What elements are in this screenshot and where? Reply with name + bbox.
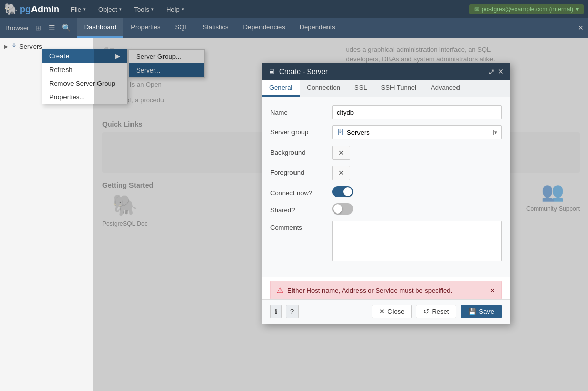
menu-tools[interactable]: Tools ▾ <box>129 4 159 15</box>
background-label: Background <box>270 146 326 156</box>
form-row-foreground: Foreground ✕ <box>270 166 502 180</box>
form-row-shared: Shared? <box>270 203 502 215</box>
foreground-label: Foreground <box>270 166 326 176</box>
menu-file[interactable]: File ▾ <box>66 4 91 15</box>
save-btn-icon: 💾 <box>468 308 476 315</box>
background-clear-icon: ✕ <box>338 149 344 157</box>
name-input[interactable] <box>332 105 502 119</box>
modal-titlebar-left: 🖥 Create - Server <box>268 67 328 76</box>
logo-pg: pg <box>20 4 31 14</box>
menu-help[interactable]: Help ▾ <box>161 4 189 15</box>
menu-object[interactable]: Object ▾ <box>93 4 127 15</box>
server-group-text: Servers <box>347 129 370 136</box>
help-button[interactable]: ? <box>286 305 299 318</box>
user-arrow: ▾ <box>576 6 579 13</box>
background-clear-btn[interactable]: ✕ <box>332 146 350 160</box>
browser-icon-2[interactable]: ☰ <box>47 22 58 33</box>
help-icon: ? <box>290 308 294 315</box>
footer-right: ✕ Close ↺ Reset 💾 Save <box>372 305 502 318</box>
shared-control <box>332 203 502 215</box>
info-button[interactable]: ℹ <box>270 305 282 318</box>
modal-tab-connection[interactable]: Connection <box>300 80 347 97</box>
modal-tab-advanced[interactable]: Advanced <box>423 80 467 97</box>
main-layout: ▶ 🗄 Servers Create ▶ Refresh Remove Serv… <box>0 38 588 391</box>
form-row-connect-now: Connect now? <box>270 186 502 197</box>
comments-label: Comments <box>270 221 326 231</box>
browser-panel-header: Browser ⊞ ☰ 🔍 <box>0 18 77 38</box>
modal-body: Name Server group 🗄 Servers <box>262 97 510 277</box>
ctx-properties-label: Properties... <box>49 93 85 101</box>
ctx-refresh-label: Refresh <box>49 66 73 74</box>
shared-label: Shared? <box>270 203 326 214</box>
foreground-clear-btn[interactable]: ✕ <box>332 166 350 180</box>
form-row-background: Background ✕ <box>270 146 502 160</box>
tree-item-label: Servers <box>19 43 42 50</box>
comments-textarea[interactable] <box>332 221 502 261</box>
browser-search-icon[interactable]: 🔍 <box>61 22 72 33</box>
tabbar: Browser ⊞ ☰ 🔍 Dashboard Properties SQL S… <box>0 18 588 38</box>
menubar-right: ✉ postgres@example.com (internal) ▾ <box>469 4 584 14</box>
server-group-value: 🗄 Servers <box>337 128 370 136</box>
modal-maximize-icon[interactable]: ⤢ <box>488 67 495 76</box>
chevron-icon: ▶ <box>4 44 8 49</box>
modal-tab-general[interactable]: General <box>262 80 300 97</box>
user-icon: ✉ <box>474 6 479 13</box>
error-bar-left: ⚠ Either Host name, Address or Service m… <box>277 286 452 295</box>
info-icon: ℹ <box>275 308 277 315</box>
server-group-select[interactable]: 🗄 Servers |▾ <box>332 125 502 139</box>
modal-tab-ssh-tunnel[interactable]: SSH Tunnel <box>374 80 423 97</box>
modal-title-icon: 🖥 <box>268 67 275 76</box>
form-row-comments: Comments <box>270 221 502 263</box>
user-badge[interactable]: ✉ postgres@example.com (internal) ▾ <box>469 4 584 14</box>
error-message: Either Host name, Address or Service mus… <box>287 287 452 294</box>
form-row-name: Name <box>270 105 502 119</box>
tab-statistics[interactable]: Statistics <box>195 18 236 38</box>
tab-dependencies[interactable]: Dependencies <box>236 18 292 38</box>
server-group-icon: 🗄 <box>10 42 17 50</box>
server-group-arrow-icon: |▾ <box>493 129 497 136</box>
tab-dependents[interactable]: Dependents <box>292 18 342 38</box>
modal-titlebar: 🖥 Create - Server ⤢ ✕ <box>262 63 510 80</box>
foreground-clear-icon: ✕ <box>338 169 344 177</box>
server-group-control: 🗄 Servers |▾ <box>332 125 502 139</box>
reset-button[interactable]: ↺ Reset <box>416 305 456 318</box>
modal-tab-ssl[interactable]: SSL <box>347 80 374 97</box>
app-logo: 🐘 pgAdmin <box>4 3 59 16</box>
tab-sql[interactable]: SQL <box>168 18 195 38</box>
close-button[interactable]: ✕ Close <box>372 305 412 318</box>
shared-toggle[interactable] <box>332 203 353 215</box>
modal-close-icon[interactable]: ✕ <box>498 67 504 76</box>
save-btn-label: Save <box>479 308 494 315</box>
dashboard: 🐘 Ma Feature rich | pgAdmin is an Open q… <box>94 38 588 391</box>
menubar: 🐘 pgAdmin File ▾ Object ▾ Tools ▾ Help ▾… <box>0 0 588 18</box>
error-icon: ⚠ <box>277 286 283 295</box>
form-row-server-group: Server group 🗄 Servers |▾ <box>270 125 502 139</box>
close-btn-icon: ✕ <box>379 308 385 315</box>
browser-icon-1[interactable]: ⊞ <box>32 22 44 33</box>
connect-now-toggle[interactable] <box>332 186 353 197</box>
tab-list: Dashboard Properties SQL Statistics Depe… <box>77 18 342 38</box>
logo-admin: Admin <box>31 4 59 14</box>
error-bar: ⚠ Either Host name, Address or Service m… <box>270 281 502 299</box>
name-label: Name <box>270 105 326 116</box>
error-close-btn[interactable]: ✕ <box>489 287 495 294</box>
modal-title: Create - Server <box>279 67 328 76</box>
close-btn-label: Close <box>387 308 404 315</box>
foreground-control: ✕ <box>332 166 502 180</box>
user-label: postgres@example.com (internal) <box>482 6 573 13</box>
save-button[interactable]: 💾 Save <box>461 305 502 318</box>
tabbar-close[interactable]: ✕ <box>578 18 584 38</box>
ctx-create-label: Create <box>49 52 69 60</box>
browser-label: Browser <box>5 24 29 32</box>
tab-dashboard[interactable]: Dashboard <box>77 18 124 38</box>
create-server-modal: 🖥 Create - Server ⤢ ✕ General Connection… <box>262 63 510 324</box>
tab-properties[interactable]: Properties <box>123 18 168 38</box>
comments-control <box>332 221 502 263</box>
shared-knob <box>333 204 342 214</box>
connect-now-control <box>332 186 502 197</box>
modal-titlebar-icons: ⤢ ✕ <box>488 67 504 76</box>
footer-left: ℹ ? <box>270 305 299 318</box>
modal-tabs: General Connection SSL SSH Tunnel Advanc… <box>262 80 510 97</box>
modal-footer: ℹ ? ✕ Close ↺ Reset 💾 <box>262 299 510 324</box>
reset-btn-label: Reset <box>432 308 449 315</box>
